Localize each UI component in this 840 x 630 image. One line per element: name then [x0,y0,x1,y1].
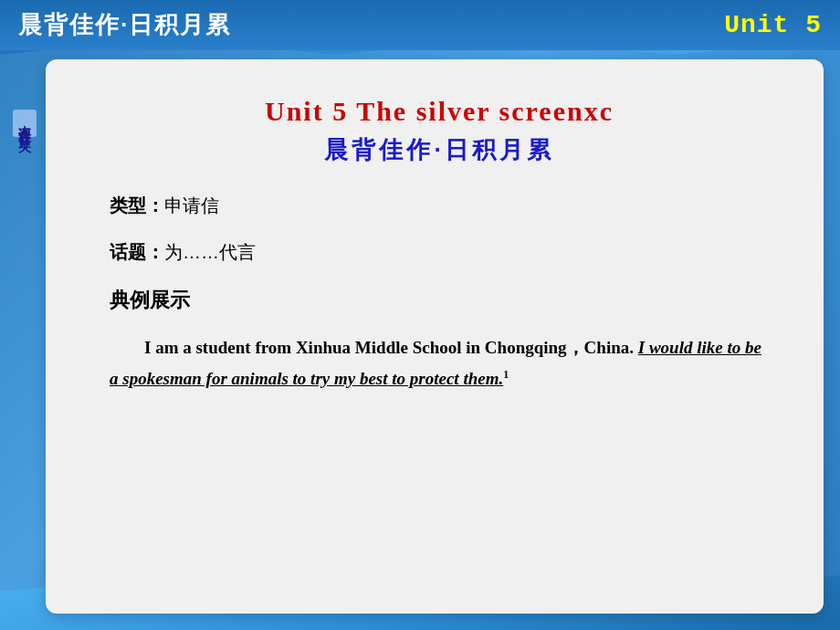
topic-value: 为……代言 [164,240,256,265]
card-subtitle: 晨背佳作·日积月累 [110,134,769,166]
paragraph-normal-text: I am a student from Xinhua Middle School… [144,338,634,357]
topic-row: 话题： 为……代言 [110,240,769,274]
sidebar: 本课栏目开关 [11,110,38,137]
header-unit-label: Unit 5 [724,11,822,39]
main-content-card: Unit 5 The silver screenxc 晨背佳作·日积月累 类型：… [46,59,824,614]
example-paragraph: I am a student from Xinhua Middle School… [110,332,769,394]
type-value: 申请信 [164,194,219,218]
type-row: 类型： 申请信 [110,194,769,227]
topic-label: 话题： [110,240,164,265]
header-bar: 晨背佳作·日积月累 Unit 5 [0,0,840,50]
example-label: 典例展示 [110,287,769,314]
superscript-number: 1 [503,368,509,381]
type-label: 类型： [110,194,164,218]
sidebar-label: 本课栏目开关 [13,110,37,137]
card-main-title: Unit 5 The silver screenxc [110,96,769,127]
header-title: 晨背佳作·日积月累 [18,9,231,41]
